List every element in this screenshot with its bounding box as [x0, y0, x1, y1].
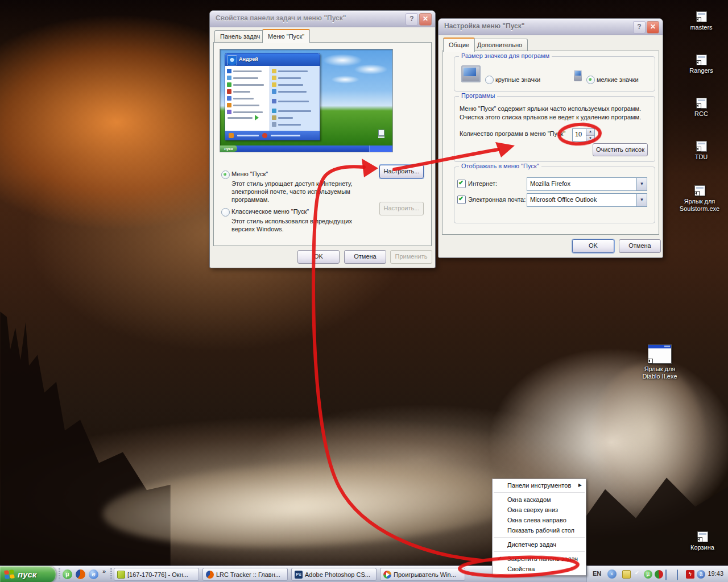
start-button[interactable]: пуск: [0, 566, 56, 582]
red-lightning-tray-icon[interactable]: ϟ: [686, 570, 694, 579]
program-count-spinner[interactable]: 10 ▲ ▼: [572, 128, 595, 142]
menu-item-properties[interactable]: Свойства: [493, 564, 586, 574]
menu-item-toolbars[interactable]: Панели инструментов ▶: [493, 480, 586, 490]
internet-checkbox[interactable]: [457, 180, 466, 188]
ok-button[interactable]: OK: [572, 239, 614, 253]
taskbar-context-menu: Панели инструментов ▶ Окна каскадом Окна…: [492, 479, 586, 576]
dialog-customize-start-menu: Настройка меню "Пуск" ? ✕ Общие Дополнит…: [438, 18, 663, 258]
tab-taskbar[interactable]: Панель задач: [214, 30, 266, 43]
dialog1-titlebar[interactable]: Свойства панели задач и меню "Пуск" ? ✕: [210, 11, 435, 27]
checkmark-icon: ✔: [497, 554, 502, 564]
menu-separator: [494, 492, 585, 493]
quick-launch-overflow-chevron[interactable]: »: [102, 568, 106, 575]
shortcut-arrow-icon: [696, 17, 701, 22]
menu-item-tile-horizontally[interactable]: Окна сверху вниз: [493, 505, 586, 515]
email-checkbox[interactable]: [457, 196, 466, 204]
tray-collapse-chevron-icon[interactable]: ‹: [607, 569, 617, 579]
cancel-button[interactable]: Отмена: [619, 239, 661, 253]
desktop-icon-diablo2[interactable]: Ярлык для Diablo II.exe: [635, 344, 685, 380]
mini-item-icon: [272, 109, 276, 113]
shutdown-icon: [262, 133, 267, 138]
mini-item-bar: [237, 135, 259, 136]
help-button[interactable]: ?: [633, 21, 646, 34]
desktop-icon-rcc[interactable]: RCC: [676, 98, 726, 118]
menu-separator: [494, 537, 585, 538]
programs-desc-line2: Очистка этого списка ярлыков не ведет к …: [460, 113, 653, 121]
menu-item-tile-vertically[interactable]: Окна слева направо: [493, 515, 586, 525]
classic-menu-radio-desc: Этот стиль использовался в предыдущих ве…: [231, 217, 371, 233]
large-icons-radio[interactable]: [485, 76, 494, 84]
shortcut-arrow-icon: [696, 147, 701, 152]
mini-item-bar: [233, 70, 262, 72]
large-icons-label[interactable]: крупные значки: [495, 76, 540, 83]
close-button[interactable]: ✕: [419, 13, 432, 26]
utorrent-icon[interactable]: µ: [63, 569, 72, 579]
clear-list-button[interactable]: Очистить список: [593, 143, 648, 156]
desktop-icon-recycle-bin[interactable]: Корзина: [677, 531, 727, 551]
clock[interactable]: 19:43: [708, 570, 723, 577]
letter-a-tray-icon[interactable]: a: [697, 570, 705, 579]
desktop-icon-rangers[interactable]: Rangers: [676, 55, 726, 74]
start-menu-radio[interactable]: [221, 171, 230, 179]
desktop-icon-label: Ярлык для Diablo II.exe: [635, 365, 685, 380]
menu-item-lock-taskbar[interactable]: ✔ Закрепить панель задач: [493, 554, 586, 564]
mini-item-bar: [278, 110, 311, 112]
tab-start-menu[interactable]: Меню "Пуск": [262, 29, 310, 43]
system-tray: EN ‹ µ ϟ a 19:43: [586, 566, 728, 582]
spinner-buttons[interactable]: ▲ ▼: [586, 129, 594, 141]
dropdown-arrow-icon[interactable]: ▾: [636, 178, 647, 190]
tab-advanced[interactable]: Дополнительно: [471, 39, 528, 51]
internet-combobox-value: Mozilla Firefox: [530, 180, 570, 187]
menu-item-show-desktop[interactable]: Показать рабочий стол: [493, 525, 586, 535]
start-menu-radio-label[interactable]: Меню "Пуск": [231, 171, 268, 177]
program-count-label: Количество программ в меню "Пуск": [460, 130, 565, 137]
close-button[interactable]: ✕: [647, 21, 659, 34]
desktop-icon-tdu[interactable]: TDU: [676, 141, 726, 161]
dialog2-title: Настройка меню "Пуск": [444, 22, 524, 30]
dropdown-arrow-icon[interactable]: ▾: [636, 194, 647, 206]
program-count-value[interactable]: 10: [575, 131, 582, 138]
red-green-tray-icon[interactable]: [655, 570, 663, 579]
mini-item-bar: [233, 84, 264, 86]
taskbar-divider: [59, 568, 60, 580]
small-icons-label[interactable]: мелкие значки: [597, 76, 639, 83]
small-icons-radio[interactable]: [586, 76, 595, 84]
network-tray-icon[interactable]: [677, 569, 678, 580]
tab-general[interactable]: Общие: [443, 38, 475, 52]
language-indicator[interactable]: EN: [593, 570, 601, 577]
shortcut-arrow-icon: [697, 537, 702, 542]
email-label[interactable]: Электронная почта:: [468, 196, 526, 203]
menu-item-cascade-windows[interactable]: Окна каскадом: [493, 494, 586, 505]
shortcut-arrow-icon: [694, 191, 700, 196]
taskbar-task-lrc-tracker[interactable]: LRC Tracker :: Главн...: [202, 568, 288, 581]
utorrent-tray-icon[interactable]: µ: [644, 570, 652, 579]
cancel-button[interactable]: Отмена: [344, 250, 386, 264]
desktop-icon-label: Корзина: [677, 544, 727, 551]
classic-menu-radio-label[interactable]: Классическое меню "Пуск": [231, 208, 309, 215]
network-tray-icon[interactable]: [665, 569, 667, 580]
internet-combobox[interactable]: Mozilla Firefox ▾: [527, 177, 647, 191]
menu-item-task-manager[interactable]: Диспетчер задач: [493, 539, 586, 550]
castle-silhouette: [0, 311, 171, 582]
desktop-icon-soulstorm[interactable]: Ярлык для Soulstorm.exe: [675, 185, 725, 213]
spinner-up-icon[interactable]: ▲: [586, 129, 594, 136]
taskbar-task-chat[interactable]: [167-170-776] - Окн...: [114, 568, 199, 581]
start-menu-preview: Андрей: [220, 49, 393, 152]
desktop-icon-masters[interactable]: masters: [676, 11, 726, 31]
help-button[interactable]: ?: [406, 13, 418, 26]
spinner-down-icon[interactable]: ▼: [586, 136, 594, 143]
classic-menu-radio[interactable]: [221, 208, 230, 217]
shortcut-icon: [696, 11, 707, 22]
recycle-bin-icon: [697, 531, 708, 542]
dialog2-titlebar[interactable]: Настройка меню "Пуск" ? ✕: [439, 19, 663, 35]
email-combobox[interactable]: Microsoft Office Outlook ▾: [527, 193, 647, 207]
taskbar-task-media-player[interactable]: Проигрыватель Win...: [380, 568, 465, 581]
internet-explorer-icon[interactable]: e: [89, 569, 98, 579]
notes-tray-icon[interactable]: [622, 570, 631, 579]
customize-start-menu-button[interactable]: Настроить...: [379, 165, 424, 178]
internet-label[interactable]: Интернет:: [468, 180, 497, 187]
firefox-icon[interactable]: [76, 569, 85, 579]
taskbar-task-photoshop[interactable]: Ps Adobe Photoshop CS...: [291, 568, 377, 581]
ok-button[interactable]: OK: [297, 250, 340, 264]
mini-item-icon: [227, 103, 231, 107]
